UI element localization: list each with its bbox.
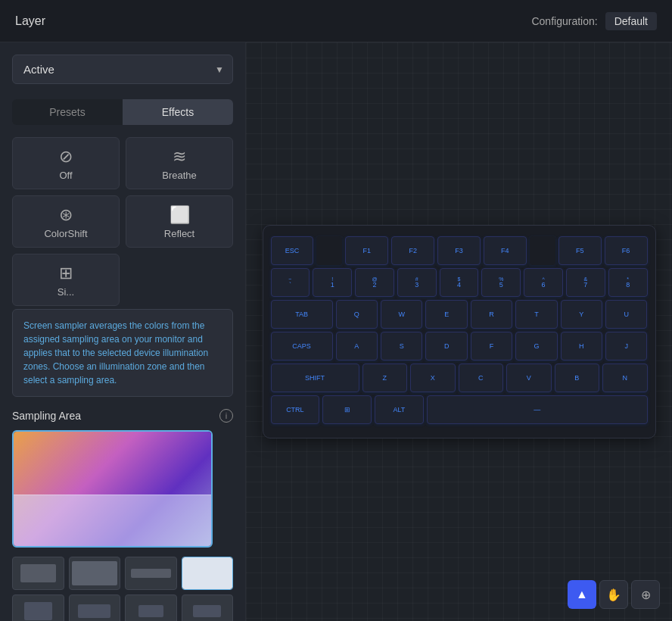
key-f2[interactable]: F2: [391, 236, 434, 265]
info-icon[interactable]: i: [219, 409, 233, 423]
key-spacer2: [530, 236, 555, 265]
layer-dropdown[interactable]: Active Inactive: [12, 55, 233, 84]
key-q[interactable]: Q: [336, 300, 378, 329]
kb-row-qwerty: TAB Q W E R T Y U: [271, 300, 648, 329]
key-x[interactable]: X: [410, 364, 456, 392]
key-win[interactable]: ⊞: [322, 395, 372, 424]
effect-screen-label: Si...: [58, 286, 74, 298]
key-tilde[interactable]: ~`: [271, 268, 310, 297]
key-alt[interactable]: ALT: [375, 395, 424, 424]
key-g[interactable]: G: [515, 332, 557, 360]
effect-colorshift[interactable]: ⊛ ColorShift: [12, 195, 120, 248]
thumb-7[interactable]: [125, 594, 177, 621]
key-c[interactable]: C: [459, 364, 504, 392]
thumb-6-inner: [78, 604, 110, 619]
key-4[interactable]: $4: [440, 268, 479, 297]
sampling-area-title: Sampling Area: [12, 410, 81, 422]
thumb-3-inner: [131, 569, 171, 579]
thumb-6[interactable]: [69, 594, 121, 621]
thumb-5[interactable]: [12, 594, 64, 621]
key-3[interactable]: #3: [397, 268, 437, 297]
key-j[interactable]: J: [605, 332, 647, 360]
key-7[interactable]: &7: [566, 268, 605, 297]
key-t[interactable]: T: [515, 300, 557, 329]
thumb-1[interactable]: [12, 557, 64, 590]
key-5[interactable]: %5: [481, 268, 521, 297]
cursor-tool-button[interactable]: ▲: [568, 580, 596, 609]
tabs-container: Presets Effects: [12, 99, 233, 125]
hand-tool-button[interactable]: ✋: [599, 580, 628, 609]
kb-row-bottom: CTRL ⊞ ALT —: [271, 395, 648, 424]
key-w[interactable]: W: [381, 300, 422, 329]
breathe-icon: ≋: [173, 148, 186, 165]
left-panel: Active Inactive ▼ Presets Effects ⊘ Off …: [0, 42, 246, 621]
key-f3[interactable]: F3: [437, 236, 481, 265]
thumb-7-inner: [138, 605, 163, 618]
effect-off[interactable]: ⊘ Off: [12, 137, 120, 189]
key-f6[interactable]: F6: [605, 236, 648, 265]
kb-row-asdf: CAPS A S D F G H J: [271, 332, 648, 360]
tooltip-box: Screen sampler averages the colors from …: [12, 309, 233, 397]
key-esc[interactable]: ESC: [271, 236, 314, 265]
key-6[interactable]: ^6: [524, 268, 563, 297]
reflect-icon: ⬜: [170, 207, 190, 223]
screen-icon: ⊞: [59, 265, 73, 282]
sampling-preview-overlay: [14, 495, 211, 546]
key-caps[interactable]: CAPS: [271, 332, 333, 360]
effect-breathe[interactable]: ≋ Breathe: [126, 137, 233, 189]
config-value: Default: [605, 12, 657, 30]
key-space[interactable]: —: [427, 395, 648, 424]
key-e[interactable]: E: [425, 300, 467, 329]
key-r[interactable]: R: [471, 300, 512, 329]
effect-screen[interactable]: ⊞ Si...: [12, 254, 120, 306]
sampling-thumbs: [12, 557, 233, 621]
key-b[interactable]: B: [555, 364, 600, 392]
info-icon-label: i: [226, 411, 227, 420]
off-icon: ⊘: [59, 148, 73, 165]
thumb-3[interactable]: [125, 557, 177, 590]
effect-reflect[interactable]: ⬜ Reflect: [126, 195, 233, 248]
add-tool-button[interactable]: ⊕: [631, 580, 660, 609]
key-z[interactable]: Z: [362, 364, 408, 392]
key-s[interactable]: S: [381, 332, 422, 360]
key-n[interactable]: N: [602, 364, 648, 392]
sampling-area-header: Sampling Area i: [12, 409, 233, 423]
tab-effects[interactable]: Effects: [123, 99, 233, 125]
config-section: Configuration: Default: [531, 12, 657, 30]
key-tab[interactable]: TAB: [271, 300, 333, 329]
top-bar: Layer Configuration: Default: [0, 0, 672, 42]
key-spacer1: [316, 236, 342, 265]
key-f4[interactable]: F4: [484, 236, 527, 265]
key-h[interactable]: H: [561, 332, 602, 360]
sampling-preview-image: [14, 432, 211, 546]
key-a[interactable]: A: [336, 332, 378, 360]
effect-breathe-label: Breathe: [162, 170, 197, 181]
thumb-4-inner: [182, 557, 233, 589]
tab-presets[interactable]: Presets: [12, 99, 123, 125]
key-v[interactable]: V: [506, 364, 552, 392]
main-layout: Active Inactive ▼ Presets Effects ⊘ Off …: [0, 42, 672, 621]
thumb-2[interactable]: [69, 557, 121, 590]
key-1[interactable]: !1: [313, 268, 352, 297]
colorshift-icon: ⊛: [59, 207, 73, 223]
key-ctrl[interactable]: CTRL: [271, 395, 320, 424]
thumb-4[interactable]: [182, 557, 234, 590]
kb-row-numbers: ~` !1 @2 #3 $4 %5 ^6 &7 *8: [271, 268, 648, 297]
key-y[interactable]: Y: [561, 300, 602, 329]
thumb-1-inner: [20, 564, 56, 582]
layer-dropdown-wrapper: Active Inactive ▼: [12, 55, 233, 84]
thumb-8[interactable]: [182, 594, 234, 621]
key-f5[interactable]: F5: [558, 236, 602, 265]
key-shift[interactable]: SHIFT: [271, 364, 359, 392]
key-8[interactable]: *8: [608, 268, 648, 297]
plus-icon: ⊕: [641, 588, 651, 602]
key-f1[interactable]: F1: [345, 236, 388, 265]
key-d[interactable]: D: [425, 332, 467, 360]
sampling-preview[interactable]: [12, 430, 213, 548]
key-f[interactable]: F: [471, 332, 512, 360]
key-u[interactable]: U: [605, 300, 647, 329]
key-2[interactable]: @2: [355, 268, 394, 297]
hand-icon: ✋: [606, 588, 621, 602]
keyboard-container: ESC F1 F2 F3 F4 F5 F6 ~` !1 @2 #3 $4 %5 …: [263, 225, 656, 438]
kb-row-fn: ESC F1 F2 F3 F4 F5 F6: [271, 236, 648, 265]
